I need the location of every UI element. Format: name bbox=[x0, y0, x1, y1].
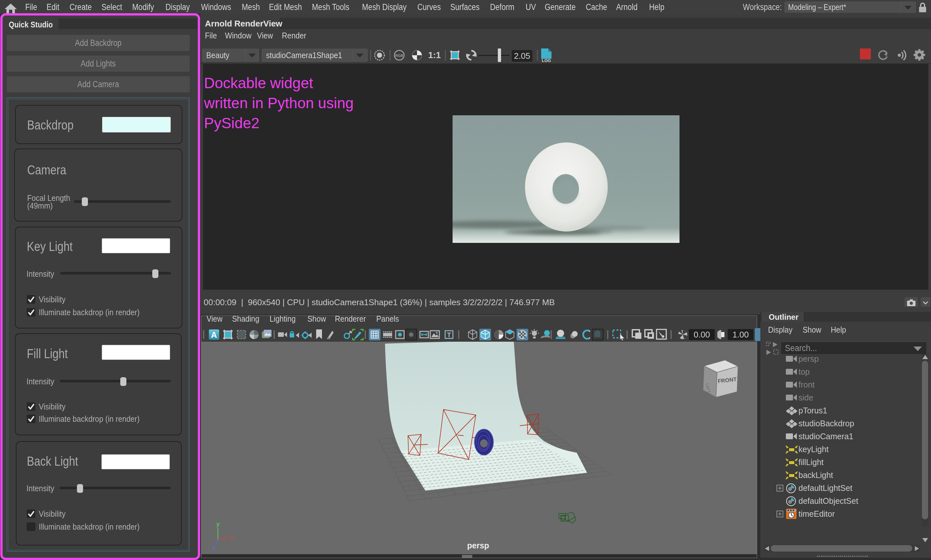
svg-text:z: z bbox=[213, 544, 216, 551]
svg-text:y: y bbox=[216, 521, 220, 528]
svg-text:x: x bbox=[230, 534, 233, 541]
svg-text:T: T bbox=[447, 331, 451, 338]
svg-text:LOG: LOG bbox=[542, 58, 551, 63]
svg-text:A: A bbox=[211, 330, 217, 340]
svg-text:RGB: RGB bbox=[395, 54, 403, 57]
svg-text:persp: persp bbox=[467, 541, 489, 550]
